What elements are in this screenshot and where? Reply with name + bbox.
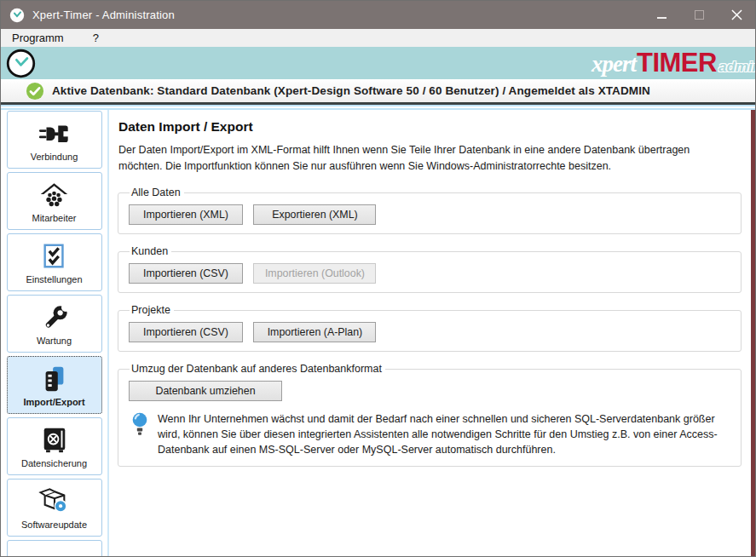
sidebar-item-wartung[interactable]: Wartung bbox=[7, 295, 102, 353]
database-stack-icon bbox=[40, 357, 69, 397]
group-umzug-label: Umzug der Datenbank auf anderes Datenban… bbox=[130, 363, 385, 375]
group-projekte: Projekte Importieren (CSV) Importieren (… bbox=[118, 304, 742, 352]
import-xml-button[interactable]: Importieren (XML) bbox=[129, 204, 243, 225]
group-alle-daten-label: Alle Daten bbox=[130, 187, 184, 198]
window-title: Xpert-Timer - Administration bbox=[32, 9, 175, 21]
sidebar-item-verbindung[interactable]: Verbindung bbox=[7, 111, 102, 169]
sidebar-item-label: Wartung bbox=[37, 336, 72, 352]
app-window: Xpert-Timer - Administration Programm ? … bbox=[0, 0, 756, 557]
import-outlook-button[interactable]: Importieren (Outlook) bbox=[253, 263, 376, 284]
sidebar-item-label: Softwareupdate bbox=[21, 520, 87, 536]
wrench-icon bbox=[40, 296, 69, 336]
header-banner: xpertTIMERadmin bbox=[1, 47, 755, 79]
brand-xpert: xpert bbox=[592, 51, 636, 78]
right-edge-strip bbox=[751, 110, 755, 557]
sidebar-item-label: Datensicherung bbox=[21, 458, 87, 474]
house-people-icon bbox=[38, 173, 70, 213]
close-icon bbox=[731, 9, 742, 20]
minimize-icon bbox=[657, 17, 667, 19]
minimize-button[interactable] bbox=[643, 1, 680, 29]
checklist-icon bbox=[40, 234, 69, 274]
import-aplan-button[interactable]: Importieren (A-Plan) bbox=[253, 322, 376, 342]
group-kunden: Kunden Importieren (CSV) Importieren (Ou… bbox=[118, 245, 742, 293]
sidebar-item-mitarbeiter[interactable]: Mitarbeiter bbox=[7, 172, 102, 230]
brand-logo: xpertTIMERadmin bbox=[592, 48, 755, 78]
page-title: Daten Import / Export bbox=[118, 119, 745, 135]
close-button[interactable] bbox=[718, 1, 755, 29]
migration-info: Wenn Ihr Unternehmen wächst und damit de… bbox=[129, 411, 732, 457]
group-umzug: Umzug der Datenbank auf anderes Datenban… bbox=[118, 363, 742, 467]
group-alle-daten: Alle Daten Importieren (XML) Exportieren… bbox=[118, 187, 742, 234]
sidebar-item-label: Import/Export bbox=[23, 397, 84, 413]
sidebar-item-label: Mitarbeiter bbox=[32, 213, 77, 229]
status-ok-icon bbox=[26, 82, 44, 100]
app-clock-icon bbox=[9, 7, 26, 24]
sidebar-item-einstellungen[interactable]: Einstellungen bbox=[7, 233, 102, 291]
group-kunden-label: Kunden bbox=[130, 245, 171, 257]
statusbar: Aktive Datenbank: Standard Datenbank (Xp… bbox=[1, 79, 755, 102]
import-csv-kunden-button[interactable]: Importieren (CSV) bbox=[129, 263, 243, 284]
status-text: Aktive Datenbank: Standard Datenbank (Xp… bbox=[52, 84, 650, 97]
export-xml-button[interactable]: Exportieren (XML) bbox=[253, 204, 376, 225]
box-cd-icon bbox=[38, 479, 71, 520]
brand-clock-icon bbox=[5, 48, 37, 79]
sidebar-item-label: Verbindung bbox=[31, 152, 78, 168]
maximize-icon bbox=[695, 10, 704, 20]
menu-programm[interactable]: Programm bbox=[9, 31, 67, 45]
lightbulb-icon bbox=[131, 411, 149, 437]
safe-icon bbox=[40, 418, 69, 458]
intro-text: Der Daten Import/Export im XML-Format hi… bbox=[118, 142, 733, 175]
datenbank-umziehen-button[interactable]: Datenbank umziehen bbox=[129, 381, 282, 401]
sidebar-item-import-export[interactable]: Import/Export bbox=[7, 356, 102, 414]
group-projekte-label: Projekte bbox=[130, 304, 174, 316]
plug-icon bbox=[38, 112, 71, 152]
menu-help[interactable]: ? bbox=[89, 31, 102, 45]
sidebar-item-partial bbox=[7, 540, 102, 557]
brand-admin: admin bbox=[718, 59, 755, 76]
import-csv-projekte-button[interactable]: Importieren (CSV) bbox=[129, 322, 243, 342]
sidebar-item-label: Einstellungen bbox=[26, 274, 82, 290]
menubar: Programm ? bbox=[1, 29, 755, 47]
titlebar[interactable]: Xpert-Timer - Administration bbox=[1, 1, 755, 29]
brand-timer: TIMER bbox=[637, 48, 717, 78]
body: Verbindung bbox=[1, 110, 755, 557]
migration-info-text: Wenn Ihr Unternehmen wächst und damit de… bbox=[158, 411, 732, 457]
sidebar-item-datensicherung[interactable]: Datensicherung bbox=[7, 417, 102, 475]
maximize-button[interactable] bbox=[680, 1, 718, 29]
sidebar-item-softwareupdate[interactable]: Softwareupdate bbox=[7, 479, 102, 537]
window-controls bbox=[643, 1, 755, 29]
sidebar: Verbindung bbox=[1, 110, 109, 557]
main-content: Daten Import / Export Der Daten Import/E… bbox=[109, 110, 755, 557]
